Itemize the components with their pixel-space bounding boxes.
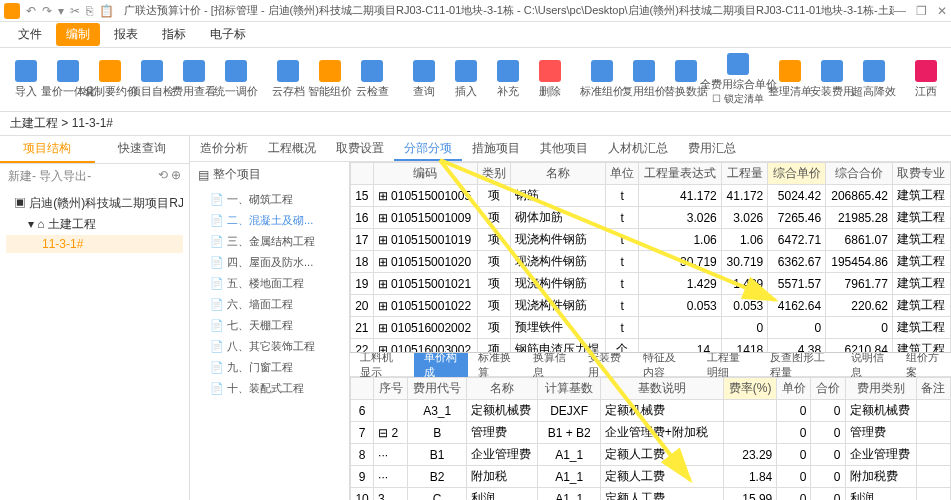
- close-icon[interactable]: ✕: [937, 4, 947, 18]
- col-header[interactable]: 类别: [477, 163, 511, 185]
- cell[interactable]: 利润: [467, 488, 538, 501]
- cell[interactable]: 建筑工程: [892, 339, 950, 353]
- cell[interactable]: 3.026: [721, 207, 767, 229]
- cell[interactable]: 23.29: [723, 444, 776, 466]
- redo-icon[interactable]: ↷: [42, 4, 52, 18]
- cell[interactable]: A1_1: [538, 466, 600, 488]
- cell[interactable]: 6472.71: [768, 229, 826, 251]
- cell[interactable]: 7265.46: [768, 207, 826, 229]
- cell[interactable]: B1: [408, 444, 467, 466]
- section-item[interactable]: 📄 七、天棚工程: [190, 315, 349, 336]
- cell[interactable]: 现浇构件钢筋: [511, 229, 606, 251]
- cell[interactable]: 现浇构件钢筋: [511, 251, 606, 273]
- cell[interactable]: 预埋铁件: [511, 317, 606, 339]
- cell[interactable]: 1.06: [639, 229, 721, 251]
- undo-icon[interactable]: ↶: [26, 4, 36, 18]
- cell[interactable]: 项: [477, 295, 511, 317]
- cell[interactable]: 0: [826, 317, 893, 339]
- ribbon-全费用综合单价[interactable]: 全费用综合单价☐ 锁定清单: [718, 51, 758, 108]
- cell[interactable]: 0: [811, 400, 845, 422]
- cell[interactable]: 6861.07: [826, 229, 893, 251]
- ribbon-江西[interactable]: 江西: [906, 58, 946, 101]
- cell[interactable]: ⊞ 010515001021: [373, 273, 477, 295]
- cell[interactable]: 15: [351, 185, 374, 207]
- ribbon-费用查看[interactable]: 费用查看: [174, 58, 214, 101]
- cell[interactable]: 8: [351, 444, 374, 466]
- section-item[interactable]: 📄 六、墙面工程: [190, 294, 349, 315]
- cell[interactable]: 3.026: [639, 207, 721, 229]
- cell[interactable]: 企业管理费: [467, 444, 538, 466]
- ribbon-安装费用[interactable]: 安装费用: [812, 58, 852, 101]
- cell[interactable]: 项: [477, 339, 511, 353]
- cell[interactable]: 0: [811, 466, 845, 488]
- toptab-2[interactable]: 取费设置: [326, 136, 394, 161]
- cell[interactable]: A3_1: [408, 400, 467, 422]
- section-item[interactable]: 📄 一、砌筑工程: [190, 189, 349, 210]
- cell[interactable]: [916, 488, 950, 501]
- cell[interactable]: 建筑工程: [892, 229, 950, 251]
- cell[interactable]: t: [605, 317, 639, 339]
- section-item[interactable]: 📄 八、其它装饰工程: [190, 336, 349, 357]
- col-header[interactable]: 工程量: [721, 163, 767, 185]
- cell[interactable]: 0.053: [639, 295, 721, 317]
- toptab-4[interactable]: 措施项目: [462, 136, 530, 161]
- col-header[interactable]: 工程量表达式: [639, 163, 721, 185]
- cell[interactable]: [916, 444, 950, 466]
- col-header[interactable]: 费率(%): [723, 378, 776, 400]
- cell[interactable]: 16: [351, 207, 374, 229]
- toptab-3[interactable]: 分部分项: [394, 136, 462, 161]
- ribbon-编制要约价[interactable]: 编制要约价: [90, 58, 130, 101]
- cell[interactable]: 19: [351, 273, 374, 295]
- cell[interactable]: 定额机械费: [600, 400, 723, 422]
- ribbon-删除[interactable]: 删除: [530, 58, 570, 101]
- col-header[interactable]: 计算基数: [538, 378, 600, 400]
- cell[interactable]: 21985.28: [826, 207, 893, 229]
- cell[interactable]: 30.719: [721, 251, 767, 273]
- cell[interactable]: 41.172: [639, 185, 721, 207]
- cell[interactable]: 20: [351, 295, 374, 317]
- cell[interactable]: 22: [351, 339, 374, 353]
- cell[interactable]: 项: [477, 317, 511, 339]
- toptab-1[interactable]: 工程概况: [258, 136, 326, 161]
- cell[interactable]: [723, 422, 776, 444]
- cell[interactable]: t: [605, 229, 639, 251]
- ribbon-整理清单[interactable]: 整理清单: [770, 58, 810, 101]
- col-header[interactable]: 综合合价: [826, 163, 893, 185]
- cell[interactable]: 206865.42: [826, 185, 893, 207]
- cell[interactable]: 定额人工费: [600, 444, 723, 466]
- ribbon-复用组价[interactable]: 复用组价: [624, 58, 664, 101]
- cell[interactable]: 项: [477, 251, 511, 273]
- cell[interactable]: 定额机械费: [467, 400, 538, 422]
- cell[interactable]: 15.99: [723, 488, 776, 501]
- section-item[interactable]: 📄 十、装配式工程: [190, 378, 349, 399]
- left-tools[interactable]: 新建- 导入导出-⟲ ⊕: [0, 164, 189, 189]
- cell[interactable]: 建筑工程: [892, 273, 950, 295]
- cell[interactable]: B2: [408, 466, 467, 488]
- cell[interactable]: [639, 317, 721, 339]
- cell[interactable]: 管理费: [845, 422, 916, 444]
- cell[interactable]: 18: [351, 251, 374, 273]
- cell[interactable]: ⊞ 010515001019: [373, 229, 477, 251]
- col-header[interactable]: 基数说明: [600, 378, 723, 400]
- col-header[interactable]: 费用类别: [845, 378, 916, 400]
- cell[interactable]: 项: [477, 229, 511, 251]
- cell[interactable]: 0.053: [721, 295, 767, 317]
- col-header[interactable]: 费用代号: [408, 378, 467, 400]
- cell[interactable]: 项: [477, 273, 511, 295]
- section-item[interactable]: 📄 二、混凝土及砌...: [190, 210, 349, 231]
- col-header[interactable]: 综合单价: [768, 163, 826, 185]
- cell[interactable]: 个: [605, 339, 639, 353]
- cell[interactable]: 6210.84: [826, 339, 893, 353]
- cell[interactable]: 附加税费: [845, 466, 916, 488]
- cell[interactable]: 0: [811, 422, 845, 444]
- cell[interactable]: 1.429: [721, 273, 767, 295]
- cell[interactable]: 现浇构件钢筋: [511, 273, 606, 295]
- cell[interactable]: 建筑工程: [892, 207, 950, 229]
- col-header[interactable]: 取费专业: [892, 163, 950, 185]
- cell[interactable]: t: [605, 295, 639, 317]
- col-header[interactable]: [351, 378, 374, 400]
- cell[interactable]: 0: [777, 444, 811, 466]
- copy-icon[interactable]: ⎘: [86, 4, 93, 18]
- cell[interactable]: 30.719: [639, 251, 721, 273]
- cell[interactable]: B1 + B2: [538, 422, 600, 444]
